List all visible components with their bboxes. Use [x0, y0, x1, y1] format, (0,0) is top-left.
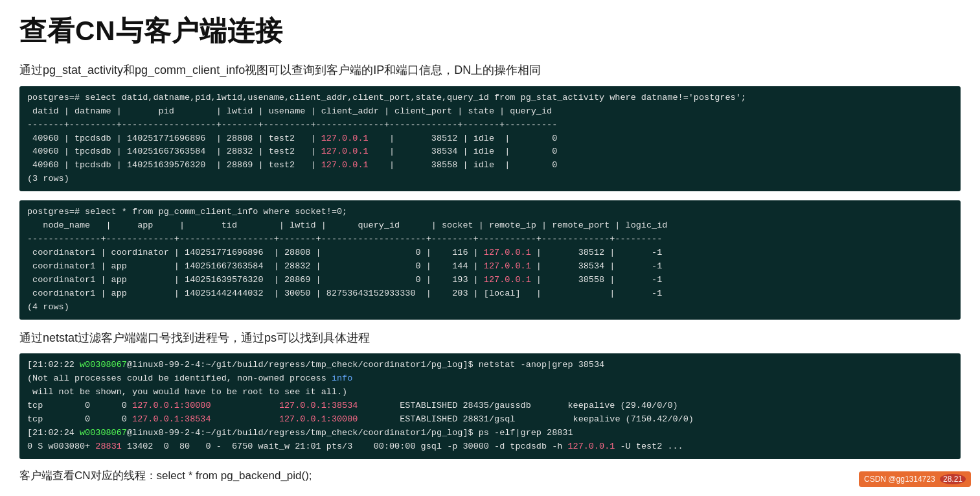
desc2: 通过netstat过滤客户端端口号找到进程号，通过ps可以找到具体进程	[19, 329, 961, 348]
terminal-block-2: postgres=# select * from pg_comm_client_…	[19, 200, 961, 319]
page-title: 查看CN与客户端连接	[19, 13, 961, 49]
csdn-badge: CSDN @gg1314723 28.21	[859, 471, 971, 487]
terminal-block-3: [21:02:22 w00308067@linux8-99-2-4:~/git/…	[19, 353, 961, 458]
desc1: 通过pg_stat_activity和pg_comm_client_info视图…	[19, 61, 961, 80]
bottom-note: 客户端查看CN对应的线程：select * from pg_backend_pi…	[19, 468, 961, 483]
terminal-block-1: postgres=# select datid,datname,pid,lwti…	[19, 86, 961, 191]
